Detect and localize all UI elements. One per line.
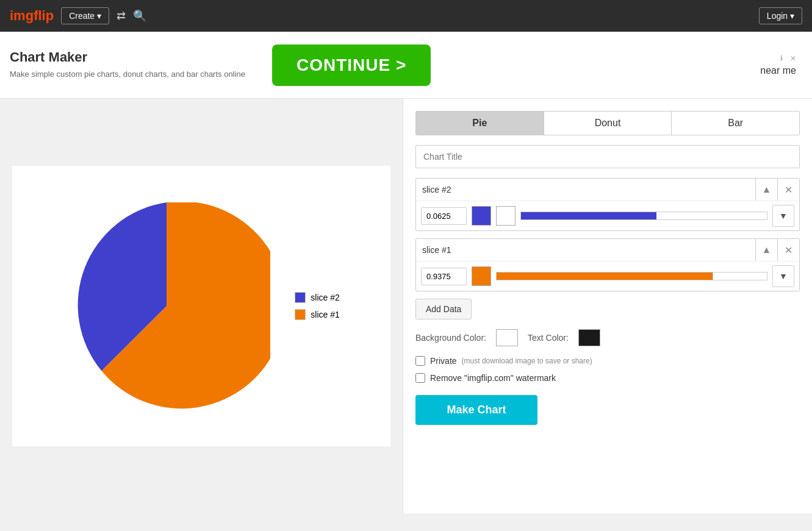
chart-preview: slice #2 slice #1 <box>0 99 403 513</box>
slice-1-up-btn[interactable]: ▲ <box>755 239 777 261</box>
chart-title-input[interactable] <box>415 145 800 168</box>
pie-legend: slice #2 slice #1 <box>295 292 339 320</box>
logo-flip: flip <box>34 8 54 23</box>
chart-type-tabs: Pie Donut Bar <box>415 111 800 135</box>
private-checkbox[interactable] <box>415 356 425 366</box>
chart-controls: Pie Donut Bar ▲ ✕ <box>403 99 812 513</box>
page-header: Chart Maker Make simple custom pie chart… <box>10 49 266 80</box>
slice-2-color-swatch[interactable] <box>472 206 491 226</box>
legend-label-slice1: slice #1 <box>311 310 339 319</box>
navbar: imgflip Create ▾ ⇄ 🔍 Login ▾ <box>0 0 812 32</box>
private-label: Private <box>430 356 457 366</box>
navbar-right: Login ▾ <box>759 7 802 24</box>
ad-label: ℹ <box>780 54 783 62</box>
color-options: Background Color: Text Color: <box>415 329 800 346</box>
tab-donut[interactable]: Donut <box>544 112 672 135</box>
chart-section: slice #2 slice #1 Pie Donut Bar <box>0 99 812 513</box>
text-color-swatch[interactable] <box>578 329 600 346</box>
slice-2-slider-visual <box>521 212 656 219</box>
slice-2-expand-btn[interactable]: ▼ <box>772 205 794 227</box>
search-icon[interactable]: 🔍 <box>133 9 146 23</box>
remove-watermark-checkbox[interactable] <box>415 373 425 383</box>
add-data-button[interactable]: Add Data <box>415 299 472 319</box>
slice-2-name-input[interactable] <box>416 180 755 199</box>
slice-2-delete-btn[interactable]: ✕ <box>777 179 799 201</box>
legend-item-slice2: slice #2 <box>295 292 339 303</box>
remove-watermark-label: Remove "imgflip.com" watermark <box>430 373 556 383</box>
ad-close-icon[interactable]: ✕ <box>790 54 796 63</box>
ad-info-area: ℹ ✕ near me <box>760 54 796 76</box>
ad-banner: CONTINUE > ℹ ✕ near me <box>266 45 802 86</box>
slice-2-color-picker[interactable] <box>496 206 516 226</box>
slice-1-value-input[interactable] <box>421 268 467 285</box>
page-subtitle: Make simple custom pie charts, donut cha… <box>10 69 266 80</box>
legend-label-slice2: slice #2 <box>311 293 339 302</box>
slice-1-slider[interactable] <box>496 266 767 286</box>
shuffle-icon[interactable]: ⇄ <box>117 9 126 23</box>
slice-1-slider-fill <box>497 273 713 280</box>
slice-1-expand-btn[interactable]: ▼ <box>772 265 794 287</box>
private-note: (must download image to save or share) <box>462 357 592 365</box>
login-button[interactable]: Login ▾ <box>759 7 802 24</box>
near-me-text: near me <box>760 65 796 76</box>
slice-2-header: ▲ ✕ <box>416 179 799 201</box>
page-title: Chart Maker <box>10 49 266 65</box>
slice-1-controls: ▼ <box>416 262 799 291</box>
slice-1-delete-btn[interactable]: ✕ <box>777 239 799 261</box>
ad-section: Chart Maker Make simple custom pie chart… <box>0 32 812 99</box>
slice-2-up-btn[interactable]: ▲ <box>755 179 777 201</box>
slice-2-value-input[interactable] <box>421 207 467 225</box>
make-chart-button[interactable]: Make Chart <box>415 395 537 425</box>
continue-button[interactable]: CONTINUE > <box>272 45 431 86</box>
legend-item-slice1: slice #1 <box>295 309 339 320</box>
slice-2-controls: ▼ <box>416 201 799 230</box>
slice-1-name-input[interactable] <box>416 240 755 260</box>
slice-1-header: ▲ ✕ <box>416 239 799 262</box>
slice-1-color-swatch[interactable] <box>472 266 491 286</box>
legend-color-slice2 <box>295 292 306 303</box>
pie-chart <box>63 202 270 410</box>
background-color-label: Background Color: <box>415 333 486 343</box>
slice-1-slider-track <box>496 272 767 280</box>
pie-svg <box>63 202 270 410</box>
slice-2-slider[interactable] <box>520 206 767 226</box>
slice-row-2: ▲ ✕ ▼ <box>415 178 800 231</box>
tab-pie[interactable]: Pie <box>416 112 544 135</box>
create-button[interactable]: Create ▾ <box>61 7 109 24</box>
remove-watermark-row: Remove "imgflip.com" watermark <box>415 373 800 383</box>
legend-color-slice1 <box>295 309 306 320</box>
text-color-label: Text Color: <box>528 333 569 343</box>
navbar-left: imgflip Create ▾ ⇄ 🔍 <box>10 7 146 24</box>
chart-container: slice #2 slice #1 <box>12 166 390 446</box>
slice-2-slider-track <box>520 212 767 220</box>
slice-row-1: ▲ ✕ ▼ <box>415 238 800 291</box>
background-color-swatch[interactable] <box>496 329 518 346</box>
logo[interactable]: imgflip <box>10 8 54 24</box>
tab-bar[interactable]: Bar <box>672 112 799 135</box>
pie-and-legend: slice #2 slice #1 <box>63 202 339 410</box>
logo-img: img <box>10 8 34 23</box>
slice-1-slider-remainder <box>713 273 767 280</box>
private-checkbox-row: Private (must download image to save or … <box>415 356 800 366</box>
